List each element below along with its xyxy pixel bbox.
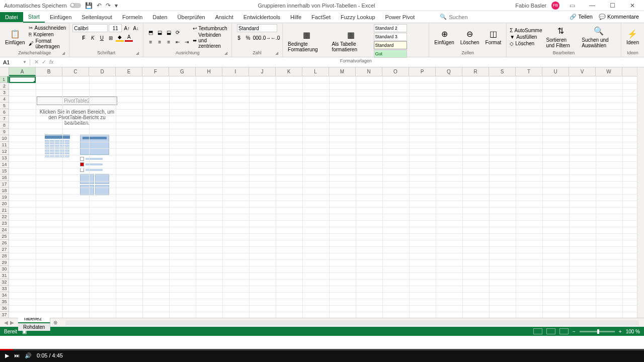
indent-increase-icon[interactable]: ⇥	[183, 38, 191, 46]
row-header[interactable]: 3	[0, 89, 9, 96]
column-header[interactable]: A	[9, 67, 36, 76]
row-header[interactable]: 21	[0, 207, 9, 214]
wrap-text-button[interactable]: ↩Textumbruch	[193, 26, 228, 31]
user-avatar[interactable]: FB	[551, 2, 559, 10]
tab-power pivot[interactable]: Power Pivot	[380, 12, 420, 22]
horizontal-scrollbar[interactable]	[65, 320, 639, 325]
font-name-select[interactable]	[72, 24, 108, 32]
align-center-icon[interactable]: ≡	[155, 38, 164, 46]
thousands-icon[interactable]: 000	[253, 34, 261, 42]
tab-hilfe[interactable]: Hilfe	[285, 12, 306, 22]
find-select-button[interactable]: 🔍Suchen und Auswählen	[580, 25, 618, 49]
row-header[interactable]: 5	[0, 103, 9, 109]
currency-icon[interactable]: $	[235, 34, 243, 42]
sheet-nav-next-icon[interactable]: ▶	[10, 320, 14, 325]
column-header[interactable]: Q	[436, 67, 462, 76]
column-header[interactable]: O	[382, 67, 409, 76]
video-controls[interactable]: ▶ ⏭ 🔊 0:05 / 4:45	[0, 349, 644, 362]
paste-button[interactable]: 📋 Einfügen	[3, 28, 27, 46]
merge-center-button[interactable]: ⬌Verbinden und zentrieren	[193, 32, 228, 49]
row-header[interactable]: 2	[0, 83, 9, 89]
delete-cells-button[interactable]: ⊖Löschen	[458, 28, 481, 46]
name-box[interactable]: A1▼	[0, 59, 30, 65]
zoom-out-icon[interactable]: −	[573, 329, 576, 334]
column-header[interactable]: H	[196, 67, 222, 76]
row-header[interactable]: 33	[0, 286, 9, 292]
zoom-level[interactable]: 100 %	[626, 329, 640, 334]
tab-formeln[interactable]: Formeln	[117, 12, 147, 22]
column-header[interactable]: S	[489, 67, 516, 76]
copy-button[interactable]: ⎘Kopieren	[29, 32, 66, 37]
underline-button[interactable]: U	[98, 34, 106, 42]
comments-button[interactable]: 💬 Kommentare	[599, 14, 639, 20]
cut-button[interactable]: ✂Ausschneiden	[29, 25, 66, 31]
row-header[interactable]: 7	[0, 116, 9, 122]
row-header[interactable]: 9	[0, 129, 9, 135]
macro-record-icon[interactable]: ▣	[22, 329, 27, 334]
fill-button[interactable]: ▼Ausfüllen	[510, 34, 542, 40]
tab-seitenlayout[interactable]: Seitenlayout	[76, 12, 117, 22]
accept-formula-icon[interactable]: ✓	[42, 59, 46, 65]
column-header[interactable]: E	[116, 67, 142, 76]
style-standard3[interactable]: Standard 3	[374, 33, 407, 41]
row-header[interactable]: 35	[0, 299, 9, 305]
row-header[interactable]: 12	[0, 148, 9, 155]
fill-color-button[interactable]: ◆	[116, 34, 124, 42]
row-header[interactable]: 13	[0, 155, 9, 161]
tell-me-search[interactable]: 🔍 Suchen	[440, 14, 467, 20]
shrink-font-icon[interactable]: A↓	[132, 24, 140, 32]
format-as-table-button[interactable]: ▦Als Tabelle formatieren	[330, 29, 371, 53]
row-header[interactable]: 20	[0, 201, 9, 207]
bold-button[interactable]: F	[79, 34, 88, 42]
column-header[interactable]: R	[462, 67, 489, 76]
decimal-increase-icon[interactable]: .0→	[262, 34, 270, 42]
zoom-in-icon[interactable]: +	[619, 329, 622, 334]
view-normal-icon[interactable]	[533, 328, 542, 334]
row-header[interactable]: 1	[0, 76, 9, 83]
zoom-slider[interactable]	[580, 331, 615, 332]
row-header[interactable]: 24	[0, 227, 9, 233]
tab-file[interactable]: Datei	[0, 12, 23, 22]
column-header[interactable]: U	[542, 67, 569, 76]
tab-einfügen[interactable]: Einfügen	[45, 12, 76, 22]
column-header[interactable]: C	[62, 67, 89, 76]
column-header[interactable]: D	[89, 67, 116, 76]
row-header[interactable]: 14	[0, 161, 9, 168]
indent-decrease-icon[interactable]: ⇤	[174, 38, 182, 46]
row-header[interactable]: 22	[0, 214, 9, 220]
align-middle-icon[interactable]: ⬓	[155, 28, 164, 36]
format-cells-button[interactable]: ◫Format	[484, 28, 504, 46]
border-button[interactable]: ⊞	[107, 34, 115, 42]
row-header[interactable]: 28	[0, 253, 9, 259]
tab-start[interactable]: Start	[23, 12, 45, 23]
insert-cells-button[interactable]: ⊕Einfügen	[432, 28, 456, 46]
tab-factset[interactable]: FactSet	[306, 12, 336, 22]
font-color-button[interactable]: A	[125, 34, 133, 42]
autosave-toggle[interactable]: Automatisches Speichern	[4, 3, 81, 9]
share-button[interactable]: 🔗 Teilen	[570, 14, 593, 20]
decimal-decrease-icon[interactable]: ←.0	[271, 34, 279, 42]
tab-ansicht[interactable]: Ansicht	[210, 12, 238, 22]
row-header[interactable]: 19	[0, 194, 9, 201]
percent-icon[interactable]: %	[244, 34, 252, 42]
row-header[interactable]: 17	[0, 181, 9, 188]
style-gut[interactable]: Gut	[374, 50, 407, 58]
pivottable-placeholder[interactable]: PivotTable2 Klicken Sie in diesen Bereic…	[37, 97, 117, 195]
view-pagebreak-icon[interactable]	[559, 328, 569, 334]
row-header[interactable]: 29	[0, 259, 9, 266]
style-standard2[interactable]: Standard 2	[374, 24, 407, 32]
tab-überprüfen[interactable]: Überprüfen	[173, 12, 210, 22]
column-header[interactable]: P	[409, 67, 436, 76]
sort-filter-button[interactable]: ⇅Sortieren und Filtern	[544, 25, 578, 49]
tab-fuzzy lookup[interactable]: Fuzzy Lookup	[336, 12, 380, 22]
format-painter-button[interactable]: 🖌Format übertragen	[29, 38, 66, 49]
cancel-formula-icon[interactable]: ✕	[34, 59, 39, 65]
select-all-corner[interactable]	[0, 67, 9, 76]
align-left-icon[interactable]: ≡	[146, 38, 154, 46]
undo-icon[interactable]: ↶	[97, 2, 102, 9]
row-header[interactable]: 32	[0, 279, 9, 286]
row-header[interactable]: 8	[0, 122, 9, 129]
column-header[interactable]: J	[249, 67, 276, 76]
volume-icon[interactable]: 🔊	[25, 352, 32, 359]
column-header[interactable]: B	[36, 67, 62, 76]
